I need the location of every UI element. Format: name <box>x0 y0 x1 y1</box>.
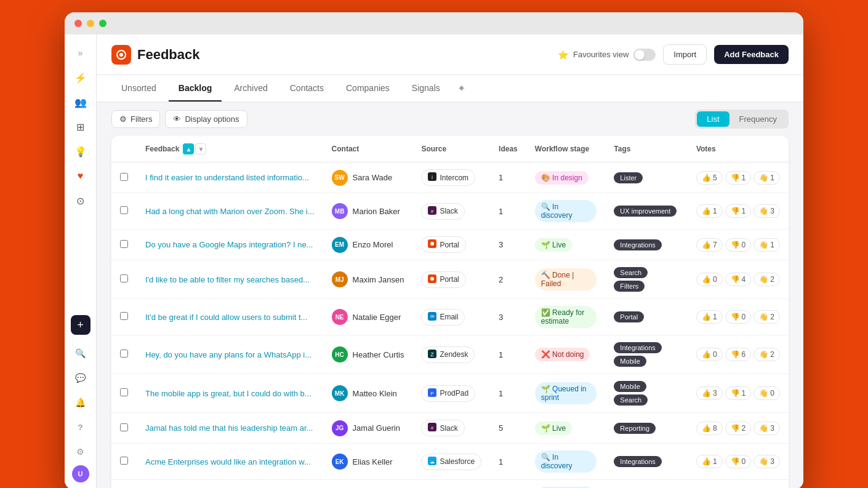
vote-down[interactable]: 👎2 <box>725 422 752 435</box>
feedback-link[interactable]: The mobile app is great, but I could do … <box>145 389 311 398</box>
feedback-link[interactable]: Hey, do you have any plans for a WhatsAp… <box>145 350 311 359</box>
tag-chip[interactable]: Portal <box>614 311 644 322</box>
thumbs-down-icon: 👎 <box>731 457 740 466</box>
tag-chip[interactable]: UX improvement <box>614 206 677 217</box>
vote-down[interactable]: 👎0 <box>725 310 752 324</box>
feedback-link[interactable]: Acme Enterprises would like an integrati… <box>145 457 311 466</box>
tab-unsorted[interactable]: Unsorted <box>111 76 166 102</box>
row-checkbox[interactable] <box>120 173 128 181</box>
tag-chip[interactable]: Mobile <box>614 356 646 367</box>
feedback-link[interactable]: I find it easier to understand listed in… <box>145 173 309 182</box>
row-checkbox[interactable] <box>120 457 128 465</box>
collapse-sidebar-icon[interactable]: » <box>70 42 92 64</box>
vote-up[interactable]: 👍5 <box>696 171 723 185</box>
tab-archived[interactable]: Archived <box>224 76 277 102</box>
vote-down[interactable]: 👎6 <box>725 348 752 361</box>
feedback-link[interactable]: Jamal has told me that his leadership te… <box>145 423 313 433</box>
question-icon[interactable]: ? <box>70 416 92 438</box>
sort-desc-button[interactable]: ▼ <box>195 143 206 154</box>
vote-up[interactable]: 👍0 <box>696 273 723 286</box>
tags-cell: Search <box>605 480 688 489</box>
tag-chip[interactable]: Integrations <box>614 239 661 250</box>
row-checkbox[interactable] <box>120 350 128 358</box>
vote-neutral[interactable]: 👋3 <box>753 204 780 218</box>
row-checkbox[interactable] <box>120 274 128 282</box>
feedback-link[interactable]: Had a long chat with Marion over Zoom. S… <box>145 207 315 216</box>
add-button[interactable]: + <box>71 315 90 335</box>
tag-chip[interactable]: Search <box>614 394 648 406</box>
import-button[interactable]: Import <box>663 44 707 65</box>
maximize-button[interactable] <box>99 20 106 27</box>
vote-up[interactable]: 👍3 <box>696 386 723 400</box>
vote-down[interactable]: 👎1 <box>725 204 752 218</box>
tag-chip[interactable]: Lister <box>614 172 643 183</box>
vote-up[interactable]: 👍7 <box>696 238 723 252</box>
add-feedback-button[interactable]: Add Feedback <box>714 45 789 64</box>
row-checkbox[interactable] <box>120 423 128 431</box>
chat-icon[interactable]: 💬 <box>70 367 92 389</box>
vote-neutral[interactable]: 👋1 <box>753 171 780 185</box>
vote-up[interactable]: 👍1 <box>696 455 723 468</box>
row-checkbox[interactable] <box>120 206 128 214</box>
search-icon[interactable]: 🔍 <box>70 342 92 364</box>
vote-up[interactable]: 👍1 <box>696 310 723 324</box>
favourites-switch[interactable] <box>633 49 656 61</box>
row-checkbox[interactable] <box>120 312 128 320</box>
vote-down[interactable]: 👎0 <box>725 455 752 468</box>
tab-backlog[interactable]: Backlog <box>169 76 222 102</box>
people-icon[interactable]: 👥 <box>70 91 92 113</box>
add-tab-icon[interactable]: ✦ <box>452 75 470 102</box>
tab-signals[interactable]: Signals <box>402 76 450 102</box>
lightbulb-icon[interactable]: 💡 <box>70 140 92 162</box>
vote-neutral[interactable]: 👋2 <box>753 310 780 324</box>
display-options-button[interactable]: 👁 Display options <box>165 110 247 128</box>
vote-up[interactable]: 👍1 <box>696 204 723 218</box>
vote-down[interactable]: 👎1 <box>725 386 752 400</box>
tag-chip[interactable]: Integrations <box>614 456 661 467</box>
user-avatar[interactable]: U <box>72 465 89 482</box>
network-icon[interactable]: ⊙ <box>70 190 92 212</box>
close-button[interactable] <box>74 20 82 27</box>
vote-neutral[interactable]: 👋3 <box>753 455 780 468</box>
tag-chip[interactable]: Search <box>614 267 648 278</box>
list-view-button[interactable]: List <box>697 111 729 127</box>
tag-chip[interactable]: Reporting <box>614 423 656 434</box>
vote-down[interactable]: 👎1 <box>725 171 752 185</box>
minimize-button[interactable] <box>87 20 94 27</box>
votes-cell: 👍1 👎1 👋3 <box>688 193 789 230</box>
tab-companies[interactable]: Companies <box>336 76 400 102</box>
vote-neutral[interactable]: 👋2 <box>753 348 780 361</box>
vote-down[interactable]: 👎0 <box>725 238 752 252</box>
feedback-link[interactable]: Do you have a Google Maps integration? I… <box>145 240 313 249</box>
gear-icon[interactable]: ⚙ <box>70 441 92 463</box>
row-checkbox[interactable] <box>120 240 128 248</box>
tab-contacts[interactable]: Contacts <box>280 76 334 102</box>
tags-cell: Lister <box>605 162 688 193</box>
vote-down[interactable]: 👎4 <box>725 273 752 286</box>
thumbs-up-icon: 👍 <box>702 350 711 359</box>
bell-icon[interactable]: 🔔 <box>70 391 92 414</box>
table-row: Hey, do you have any plans for a WhatsAp… <box>111 335 789 374</box>
frequency-view-button[interactable]: Frequency <box>729 111 787 127</box>
feedback-link[interactable]: I'd like to be able to filter my searche… <box>145 275 310 284</box>
dashboard-icon[interactable]: ⚡ <box>70 66 92 89</box>
feedback-link[interactable]: It'd be great if I could allow users to … <box>145 313 307 322</box>
table-row: Do you have a Google Maps integration? I… <box>111 230 789 260</box>
sort-asc-button[interactable]: ▲ <box>183 143 194 154</box>
vote-neutral[interactable]: 👋0 <box>753 386 780 400</box>
row-checkbox[interactable] <box>120 388 128 396</box>
table-row: Acme Enterprises would like an integrati… <box>111 444 789 480</box>
vote-neutral[interactable]: 👋1 <box>753 238 780 252</box>
grid-icon[interactable]: ⊞ <box>70 116 92 138</box>
vote-up[interactable]: 👍8 <box>696 422 723 435</box>
vote-neutral[interactable]: 👋3 <box>753 422 780 435</box>
filters-button[interactable]: ⚙ Filters <box>111 110 160 128</box>
tag-chip[interactable]: Filters <box>614 281 645 292</box>
heart-icon[interactable]: ♥ <box>70 165 92 187</box>
vote-up[interactable]: 👍0 <box>696 348 723 361</box>
neutral-vote-icon: 👋 <box>759 313 768 321</box>
tag-chip[interactable]: Mobile <box>614 381 646 392</box>
votes-cell: 👍7 👎0 👋1 <box>688 230 789 260</box>
vote-neutral[interactable]: 👋2 <box>753 273 780 286</box>
tag-chip[interactable]: Integrations <box>614 342 661 353</box>
